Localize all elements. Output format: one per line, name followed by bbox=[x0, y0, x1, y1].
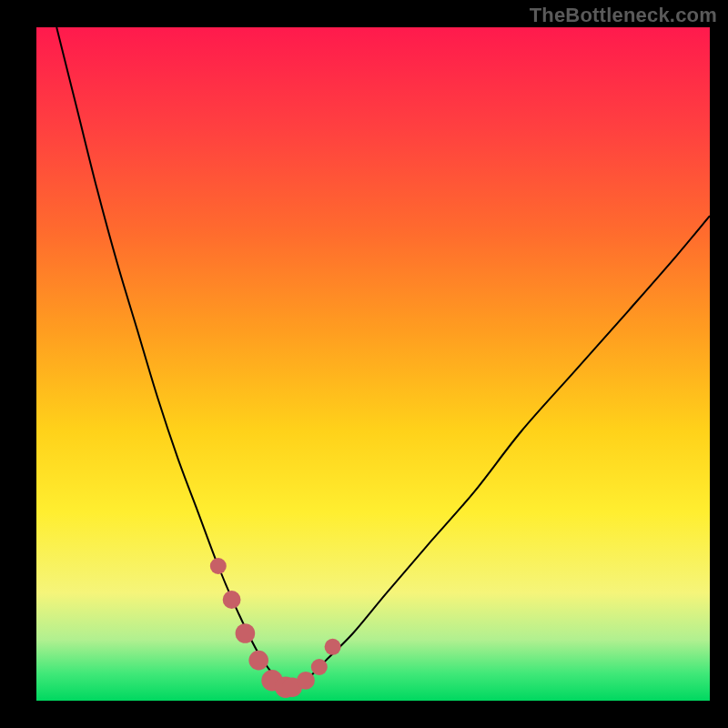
chart-frame: TheBottleneck.com bbox=[0, 0, 728, 728]
bottleneck-curve bbox=[56, 27, 710, 687]
marker-dot bbox=[297, 672, 315, 690]
plot-area bbox=[36, 27, 710, 701]
marker-dot bbox=[223, 591, 241, 609]
marker-dot bbox=[311, 659, 328, 675]
marker-dot bbox=[210, 558, 227, 574]
marker-dot bbox=[248, 651, 268, 671]
watermark-text: TheBottleneck.com bbox=[530, 4, 717, 27]
marker-dot bbox=[236, 623, 256, 643]
highlighted-range bbox=[210, 558, 341, 698]
curve-layer bbox=[36, 27, 710, 701]
marker-dot bbox=[325, 639, 341, 655]
